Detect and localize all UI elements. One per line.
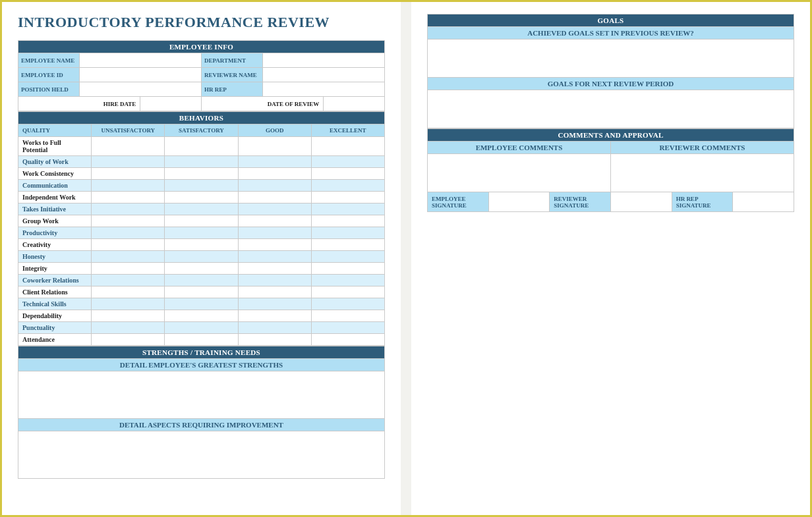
- rating-satisfactory[interactable]: [165, 334, 238, 346]
- rating-excellent[interactable]: [311, 251, 384, 263]
- rating-unsatisfactory[interactable]: [92, 156, 165, 168]
- input-greatest-strengths[interactable]: [18, 371, 385, 419]
- rating-excellent[interactable]: [311, 180, 384, 192]
- rating-unsatisfactory[interactable]: [92, 310, 165, 322]
- rating-good[interactable]: [238, 322, 311, 334]
- subhead-next-goals: GOALS FOR NEXT REVIEW PERIOD: [428, 78, 794, 90]
- behavior-label: Technical Skills: [18, 298, 92, 310]
- rating-excellent[interactable]: [311, 286, 384, 298]
- rating-unsatisfactory[interactable]: [92, 180, 165, 192]
- input-reviewer-signature[interactable]: [610, 192, 672, 212]
- input-hr-signature[interactable]: [733, 192, 794, 212]
- rating-excellent[interactable]: [311, 215, 384, 227]
- rating-unsatisfactory[interactable]: [92, 251, 165, 263]
- rating-unsatisfactory[interactable]: [92, 275, 165, 286]
- rating-excellent[interactable]: [311, 168, 384, 180]
- rating-satisfactory[interactable]: [165, 263, 238, 275]
- rating-satisfactory[interactable]: [165, 310, 238, 322]
- rating-satisfactory[interactable]: [165, 227, 238, 239]
- rating-good[interactable]: [238, 192, 311, 204]
- rating-good[interactable]: [238, 137, 311, 156]
- input-hr-rep[interactable]: [262, 82, 384, 97]
- rating-excellent[interactable]: [311, 334, 384, 346]
- rating-satisfactory[interactable]: [165, 239, 238, 251]
- rating-excellent[interactable]: [311, 156, 384, 168]
- rating-unsatisfactory[interactable]: [92, 263, 165, 275]
- rating-satisfactory[interactable]: [165, 168, 238, 180]
- rating-excellent[interactable]: [311, 192, 384, 204]
- rating-unsatisfactory[interactable]: [92, 286, 165, 298]
- rating-satisfactory[interactable]: [165, 180, 238, 192]
- rating-unsatisfactory[interactable]: [92, 227, 165, 239]
- section-comments: COMMENTS AND APPROVAL: [428, 129, 794, 142]
- rating-good[interactable]: [238, 215, 311, 227]
- rating-satisfactory[interactable]: [165, 137, 238, 156]
- rating-unsatisfactory[interactable]: [92, 298, 165, 310]
- rating-satisfactory[interactable]: [165, 215, 238, 227]
- rating-good[interactable]: [238, 298, 311, 310]
- rating-excellent[interactable]: [311, 239, 384, 251]
- rating-excellent[interactable]: [311, 227, 384, 239]
- input-employee-id[interactable]: [79, 68, 201, 82]
- input-next-goals[interactable]: [428, 90, 794, 128]
- table-row: Communication: [18, 180, 385, 192]
- rating-good[interactable]: [238, 204, 311, 215]
- rating-unsatisfactory[interactable]: [92, 322, 165, 334]
- rating-good[interactable]: [238, 275, 311, 286]
- input-employee-name[interactable]: [79, 53, 201, 68]
- label-reviewer-signature: REVIEWER SIGNATURE: [550, 192, 611, 212]
- rating-satisfactory[interactable]: [165, 156, 238, 168]
- rating-excellent[interactable]: [311, 275, 384, 286]
- rating-unsatisfactory[interactable]: [92, 239, 165, 251]
- rating-satisfactory[interactable]: [165, 251, 238, 263]
- rating-good[interactable]: [238, 334, 311, 346]
- input-date-of-review[interactable]: [324, 97, 385, 111]
- rating-unsatisfactory[interactable]: [92, 204, 165, 215]
- rating-good[interactable]: [238, 263, 311, 275]
- rating-unsatisfactory[interactable]: [92, 192, 165, 204]
- input-achieved-goals[interactable]: [428, 40, 794, 78]
- rating-good[interactable]: [238, 239, 311, 251]
- rating-satisfactory[interactable]: [165, 275, 238, 286]
- section-strengths: STRENGTHS / TRAINING NEEDS: [18, 346, 385, 359]
- rating-unsatisfactory[interactable]: [92, 215, 165, 227]
- input-employee-signature[interactable]: [488, 192, 550, 212]
- input-employee-comments[interactable]: [428, 154, 611, 192]
- rating-good[interactable]: [238, 168, 311, 180]
- rating-excellent[interactable]: [311, 298, 384, 310]
- input-reviewer-name[interactable]: [262, 68, 384, 82]
- rating-good[interactable]: [238, 180, 311, 192]
- rating-satisfactory[interactable]: [165, 322, 238, 334]
- rating-excellent[interactable]: [311, 263, 384, 275]
- rating-satisfactory[interactable]: [165, 298, 238, 310]
- section-employee-info: EMPLOYEE INFO: [18, 41, 385, 53]
- col-good: GOOD: [238, 124, 311, 137]
- behavior-label: Coworker Relations: [18, 275, 92, 286]
- table-row: Dependability: [18, 310, 385, 322]
- subhead-improvement: DETAIL ASPECTS REQUIRING IMPROVEMENT: [18, 419, 385, 431]
- rating-good[interactable]: [238, 286, 311, 298]
- rating-good[interactable]: [238, 156, 311, 168]
- col-excellent: EXCELLENT: [311, 124, 384, 137]
- input-reviewer-comments[interactable]: [610, 154, 794, 192]
- input-position-held[interactable]: [79, 82, 201, 97]
- rating-excellent[interactable]: [311, 310, 384, 322]
- rating-excellent[interactable]: [311, 204, 384, 215]
- rating-satisfactory[interactable]: [165, 204, 238, 215]
- rating-satisfactory[interactable]: [165, 286, 238, 298]
- input-department[interactable]: [262, 53, 384, 68]
- input-hire-date[interactable]: [140, 97, 202, 111]
- rating-excellent[interactable]: [311, 322, 384, 334]
- table-row: Punctuality: [18, 322, 385, 334]
- table-row: Creativity: [18, 239, 385, 251]
- rating-unsatisfactory[interactable]: [92, 168, 165, 180]
- rating-satisfactory[interactable]: [165, 192, 238, 204]
- rating-good[interactable]: [238, 310, 311, 322]
- rating-unsatisfactory[interactable]: [92, 137, 165, 156]
- subhead-employee-comments: EMPLOYEE COMMENTS: [428, 142, 611, 154]
- rating-unsatisfactory[interactable]: [92, 334, 165, 346]
- input-improvement[interactable]: [18, 431, 385, 479]
- rating-good[interactable]: [238, 251, 311, 263]
- rating-good[interactable]: [238, 227, 311, 239]
- rating-excellent[interactable]: [311, 137, 384, 156]
